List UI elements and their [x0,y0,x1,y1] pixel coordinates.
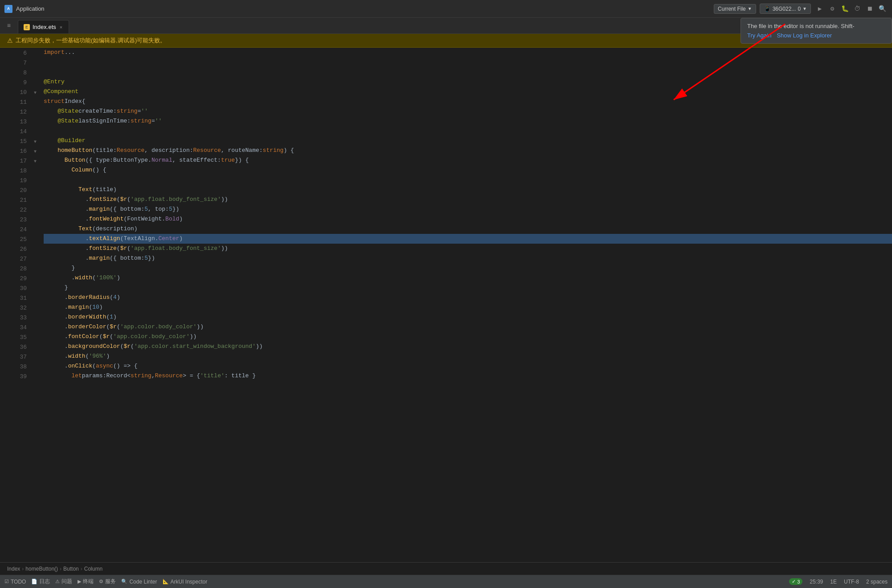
code-line-13: @State lastSignInTime: string = '' [44,116,892,126]
fold-icon-18[interactable]: ▼ [34,159,37,164]
status-problems[interactable]: ⚠ 问题 [55,578,72,585]
code-line-10: @Component [44,87,892,97]
fold-markers: ▼ ▼ ▼ ▼ [31,48,39,588]
fold-icon-16[interactable]: ▼ [34,139,37,144]
tab-label: Index.ets [33,24,56,30]
status-log[interactable]: 📄 日志 [31,578,50,585]
code-line-12: @State createTime: string = '' [44,106,892,116]
title-bar-center: Current File ▼ 📱 36G022... 0 ▼ ▶ ⚙ 🐛 ⏱ ⏹… [45,4,888,14]
breadcrumb-bar: Index › homeButton() › Button › Column [0,562,892,575]
device-label: 36G022... [773,6,796,12]
status-codelinter-label: Code Linter [129,579,157,585]
toolbar-icons: ▶ ⚙ 🐛 ⏱ ⏹ 🔍 [814,4,888,14]
device-icon: 📱 [764,5,771,12]
code-line-27: .margin({ bottom: 5 }) [44,253,892,263]
show-log-link[interactable]: Show Log in Explorer [777,32,832,39]
code-line-30: } [44,283,892,293]
log-icon: 📄 [31,579,37,584]
search-icon[interactable]: 🔍 [877,4,888,14]
current-file-dropdown[interactable]: Current File ▼ [714,4,756,14]
try-again-link[interactable]: Try Again [747,32,771,39]
time-label: 25:39 [810,579,823,585]
breadcrumb-homebutton[interactable]: homeButton() [25,566,58,572]
collapse-sidebar-btn[interactable]: ≡ [4,20,14,31]
status-terminal[interactable]: ▶ 终端 [78,578,94,585]
title-bar-left: A Application [4,5,45,13]
status-terminal-label: 终端 [83,578,94,585]
status-log-label: 日志 [39,578,50,585]
breadcrumb-column[interactable]: Column [84,566,102,572]
fold-icon-17[interactable]: ▼ [34,149,37,154]
code-line-35: .fontColor($r('app.color.body_color')) [44,332,892,342]
code-line-15: @Builder [44,136,892,146]
code-line-37: .width('96%') [44,351,892,361]
warning-icon: ⚠ [7,37,13,44]
status-line-col[interactable]: 1E [830,579,837,585]
status-spaces[interactable]: 2 spaces [866,579,888,585]
code-line-11: struct Index { [44,97,892,106]
code-editor[interactable]: 6 7 8 9 10 11 12 13 14 15 16 17 18 19 20… [0,48,892,588]
code-line-32: .margin(10) [44,302,892,312]
device-selector[interactable]: 📱 36G022... 0 ▼ [760,4,811,14]
problems-icon: ⚠ [55,579,60,584]
device-dropdown-icon: ▼ [802,6,807,11]
current-file-label: Current File [718,6,746,12]
todo-icon: ☑ [4,579,9,584]
notification-popup: The file in the editor is not runnable. … [741,18,892,44]
status-todo-label: TODO [11,579,26,585]
arkui-icon: 📐 [163,579,169,584]
status-arkui-label: ArkUI Inspector [171,579,208,585]
codelinter-icon: 🔍 [121,579,127,584]
code-line-17: Button({ type: ButtonType.Normal, stateE… [44,155,892,165]
status-time: 25:39 [810,579,823,585]
profile-icon[interactable]: ⏱ [852,4,863,14]
status-bar: ☑ TODO 📄 日志 ⚠ 问题 ▶ 终端 ⚙ 服务 🔍 Code Linter… [0,575,892,588]
status-service[interactable]: ⚙ 服务 [99,578,116,585]
code-line-19 [44,175,892,185]
run-icon[interactable]: ▶ [814,4,825,14]
breadcrumb-index[interactable]: Index [7,566,20,572]
terminal-icon: ▶ [78,579,81,584]
code-line-31: .borderRadius(4) [44,293,892,302]
status-right: ✓ 3 25:39 1E UTF-8 2 spaces [789,578,888,585]
app-title: Application [16,5,45,12]
tab-close-btn[interactable]: × [59,24,63,30]
code-line-7 [44,57,892,67]
code-line-23: .fontWeight(FontWeight.Bold) [44,214,892,224]
tab-index-ets[interactable]: E Index.ets × [18,20,69,33]
notification-text: The file in the editor is not runnable. … [747,23,885,29]
code-line-24: Text(description) [44,224,892,234]
status-codelinter[interactable]: 🔍 Code Linter [121,579,157,585]
code-line-21: .fontSize($r('app.float.body_font_size')… [44,195,892,204]
code-line-36: .backgroundColor($r('app.color.start_win… [44,342,892,351]
code-content[interactable]: import ... @Entry @Component struct Inde… [39,48,892,588]
code-line-39: let params: Record<string, Resource> = {… [44,371,892,381]
dropdown-arrow-icon: ▼ [748,6,752,11]
check-badge: ✓ 3 [789,578,802,585]
code-line-8 [44,67,892,77]
code-line-29: .width('100%') [44,273,892,283]
build-icon[interactable]: ⚙ [827,4,838,14]
code-line-34: .borderColor($r('app.color.body_color')) [44,322,892,332]
service-icon: ⚙ [99,579,103,584]
status-encoding[interactable]: UTF-8 [844,579,859,585]
encoding-label: UTF-8 [844,579,859,585]
code-line-38: .onClick(async () => { [44,361,892,371]
code-line-6: import ... [44,48,892,57]
status-todo[interactable]: ☑ TODO [4,579,26,585]
code-line-20: Text(title) [44,185,892,195]
check-icon: ✓ [792,579,796,584]
stop-icon[interactable]: ⏹ [864,4,875,14]
debug-icon[interactable]: 🐛 [839,4,850,14]
line-numbers: 6 7 8 9 10 11 12 13 14 15 16 17 18 19 20… [9,48,31,588]
fold-icon-11[interactable]: ▼ [34,90,37,95]
app-icon: A [4,5,12,13]
code-line-33: .borderWidth(1) [44,312,892,322]
code-line-14 [44,126,892,136]
status-arkui[interactable]: 📐 ArkUI Inspector [163,579,208,585]
breadcrumb-button[interactable]: Button [63,566,79,572]
build-num: 0 [798,6,801,12]
code-line-25: .textAlign(TextAlign.Center) [44,234,892,244]
fold-marker-11[interactable] [31,49,39,58]
title-bar: A Application Current File ▼ 📱 36G022...… [0,0,892,18]
